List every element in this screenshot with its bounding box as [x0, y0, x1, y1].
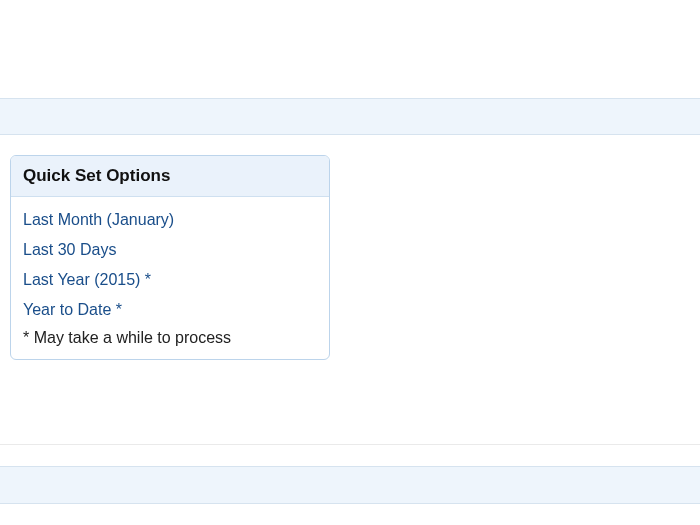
- panel-title: Quick Set Options: [11, 156, 329, 197]
- header-band: [0, 98, 700, 135]
- footer-band: [0, 466, 700, 504]
- option-last-30-days[interactable]: Last 30 Days: [23, 241, 317, 259]
- footnote-text: * May take a while to process: [23, 329, 317, 347]
- panel-body: Last Month (January) Last 30 Days Last Y…: [11, 197, 329, 359]
- divider: [0, 444, 700, 445]
- option-last-month[interactable]: Last Month (January): [23, 211, 317, 229]
- option-last-year[interactable]: Last Year (2015) *: [23, 271, 317, 289]
- option-year-to-date[interactable]: Year to Date *: [23, 301, 317, 319]
- quick-set-options-panel: Quick Set Options Last Month (January) L…: [10, 155, 330, 360]
